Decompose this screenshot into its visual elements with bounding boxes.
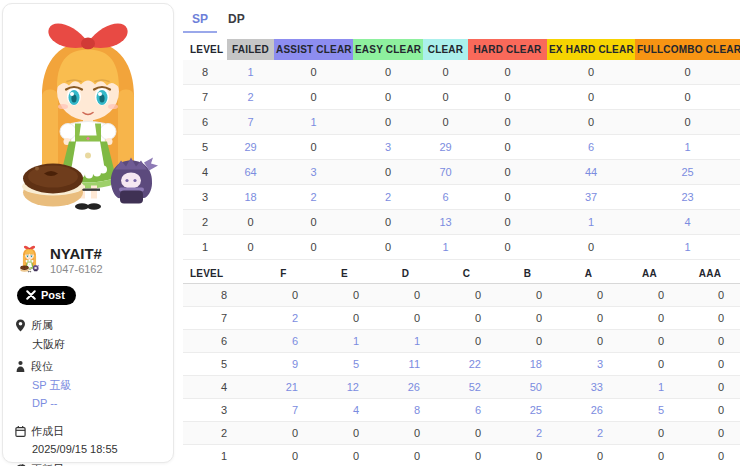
count-link[interactable]: 6 (475, 404, 481, 416)
count-link[interactable]: 5 (353, 358, 359, 370)
count-link[interactable]: 18 (244, 191, 256, 203)
count-link[interactable]: 2 (597, 427, 603, 439)
count-link[interactable]: 8 (414, 404, 420, 416)
count-link[interactable]: 37 (585, 191, 597, 203)
count-link[interactable]: 1 (247, 66, 253, 78)
count-link[interactable]: 7 (247, 116, 253, 128)
count-cell: 11 (375, 353, 436, 376)
count-cell: 0 (619, 353, 680, 376)
count-link[interactable]: 18 (530, 358, 542, 370)
count-link[interactable]: 6 (588, 141, 594, 153)
count-cell: 0 (547, 235, 635, 260)
updated-label-row: 更新日 (15, 462, 163, 466)
profile-header: NYAIT# 1047-6162 (17, 244, 163, 276)
table-row: 595112218300 (183, 353, 740, 376)
count-link[interactable]: 50 (530, 381, 542, 393)
level-cell: 8 (183, 284, 253, 307)
count-cell: 0 (314, 284, 375, 307)
affiliation-label-row: 所属 (15, 318, 163, 333)
count-link[interactable]: 23 (681, 191, 693, 203)
count-link[interactable]: 2 (292, 312, 298, 324)
count-link[interactable]: 33 (591, 381, 603, 393)
count-cell: 6 (547, 135, 635, 160)
table-row: 81000000 (183, 60, 740, 85)
count-link[interactable]: 11 (409, 358, 420, 370)
count-cell: 6 (436, 399, 497, 422)
count-link[interactable]: 5 (658, 404, 664, 416)
count-link[interactable]: 2 (385, 191, 391, 203)
count-cell: 0 (680, 445, 740, 466)
count-cell: 0 (680, 307, 740, 330)
tab-sp[interactable]: SP (183, 8, 217, 33)
rank-sp-link[interactable]: SP 五級 (32, 378, 163, 393)
level-cell: 5 (183, 135, 227, 160)
level-cell: 8 (183, 60, 227, 85)
count-cell: 0 (619, 422, 680, 445)
column-header: EASY CLEAR (353, 39, 423, 60)
count-link[interactable]: 1 (588, 216, 594, 228)
count-link[interactable]: 70 (439, 166, 451, 178)
count-link[interactable]: 44 (585, 166, 597, 178)
count-cell: 0 (680, 284, 740, 307)
count-cell: 0 (619, 330, 680, 353)
column-header: CLEAR (423, 39, 468, 60)
rank-dp-link[interactable]: DP -- (32, 397, 163, 409)
count-cell: 1 (635, 135, 740, 160)
tab-dp[interactable]: DP (219, 8, 254, 33)
count-cell: 2 (497, 422, 558, 445)
count-cell: 0 (558, 307, 619, 330)
count-cell: 0 (253, 422, 314, 445)
count-cell: 22 (436, 353, 497, 376)
count-cell: 9 (253, 353, 314, 376)
count-link[interactable]: 1 (414, 335, 420, 347)
count-cell: 26 (558, 399, 619, 422)
count-link[interactable]: 1 (353, 335, 359, 347)
count-link[interactable]: 64 (244, 166, 256, 178)
count-link[interactable]: 2 (247, 91, 253, 103)
count-cell: 0 (423, 60, 468, 85)
count-link[interactable]: 1 (684, 141, 690, 153)
count-link[interactable]: 1 (658, 381, 664, 393)
table-row: 661100000 (183, 330, 740, 353)
count-link[interactable]: 52 (469, 381, 481, 393)
count-cell: 0 (468, 185, 547, 210)
column-header: AA (619, 264, 680, 284)
count-link[interactable]: 25 (681, 166, 693, 178)
clear-table-header-row: LEVELFAILEDASSIST CLEAREASY CLEARCLEARHA… (183, 39, 740, 60)
count-link[interactable]: 3 (385, 141, 391, 153)
count-link[interactable]: 29 (244, 141, 256, 153)
count-link[interactable]: 6 (292, 335, 298, 347)
count-cell: 0 (497, 330, 558, 353)
count-link[interactable]: 4 (353, 404, 359, 416)
count-link[interactable]: 21 (286, 381, 298, 393)
count-link[interactable]: 9 (292, 358, 298, 370)
count-link[interactable]: 26 (408, 381, 420, 393)
count-link[interactable]: 29 (439, 141, 451, 153)
count-link[interactable]: 1 (442, 241, 448, 253)
count-cell: 0 (558, 330, 619, 353)
count-link[interactable]: 1 (310, 116, 316, 128)
count-link[interactable]: 25 (530, 404, 542, 416)
count-link[interactable]: 12 (347, 381, 359, 393)
count-link[interactable]: 22 (469, 358, 481, 370)
count-link[interactable]: 7 (292, 404, 298, 416)
count-link[interactable]: 6 (442, 191, 448, 203)
level-cell: 7 (183, 85, 227, 110)
count-cell: 0 (274, 210, 353, 235)
count-link[interactable]: 13 (439, 216, 451, 228)
count-cell: 0 (619, 445, 680, 466)
count-cell: 1 (227, 60, 274, 85)
level-cell: 3 (183, 185, 227, 210)
count-link[interactable]: 1 (684, 241, 690, 253)
avatar-thumbnail (17, 244, 42, 276)
count-link[interactable]: 3 (310, 166, 316, 178)
count-link[interactable]: 2 (536, 427, 542, 439)
count-cell: 8 (375, 399, 436, 422)
count-link[interactable]: 3 (597, 358, 603, 370)
x-post-button[interactable]: Post (17, 286, 76, 305)
count-link[interactable]: 2 (310, 191, 316, 203)
count-link[interactable]: 4 (684, 216, 690, 228)
count-link[interactable]: 26 (591, 404, 603, 416)
count-cell: 50 (497, 376, 558, 399)
count-cell: 23 (635, 185, 740, 210)
